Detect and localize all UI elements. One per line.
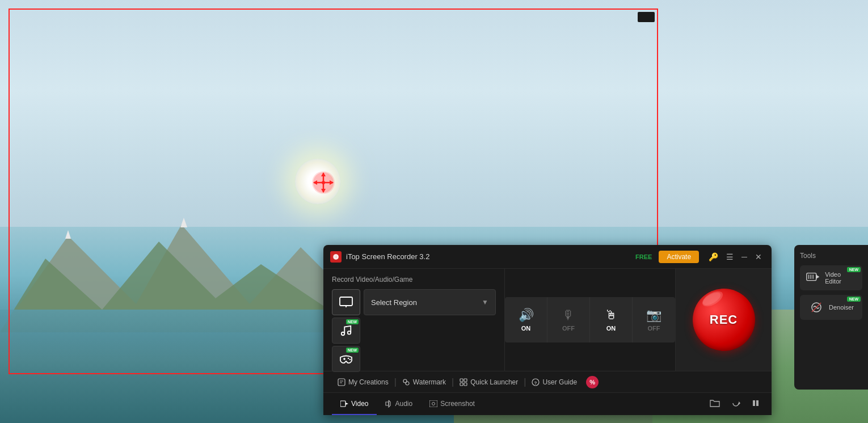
quick-launcher-label: Quick Launcher	[470, 378, 518, 386]
left-panel: Record Video/Audio/Game	[323, 269, 504, 371]
screenshot-tab[interactable]: Screenshot	[421, 393, 483, 415]
video-tab[interactable]: Video	[332, 393, 377, 415]
refresh-button[interactable]	[728, 396, 744, 412]
pause-icon	[752, 399, 760, 407]
svg-point-22	[348, 358, 349, 359]
pause-button[interactable]	[748, 396, 763, 412]
mic-status: OFF	[562, 325, 575, 332]
user-guide-button[interactable]: ? User Guide	[526, 371, 583, 392]
app-title: iTop Screen Recorder 3.2	[346, 252, 635, 261]
svg-rect-30	[464, 379, 467, 382]
svg-marker-3	[180, 218, 187, 227]
svg-rect-37	[429, 400, 437, 407]
refresh-icon	[731, 399, 740, 408]
folder-button[interactable]	[706, 396, 723, 412]
recorder-panel: iTop Screen Recorder 3.2 FREE Activate 🔑…	[323, 245, 772, 415]
speaker-status: ON	[521, 325, 531, 332]
my-creations-icon	[338, 378, 345, 386]
close-button[interactable]: ✕	[752, 251, 765, 263]
minimize-button[interactable]: ─	[739, 251, 750, 263]
move-cursor-icon	[311, 170, 336, 195]
screen-mode-button[interactable]	[332, 289, 360, 315]
svg-rect-40	[753, 400, 755, 406]
new-badge-audio: NEW	[346, 319, 359, 324]
audio-tab-icon	[385, 400, 392, 408]
tab-bar: Video Audio Screenshot	[323, 392, 772, 415]
video-tab-icon	[340, 400, 348, 407]
quick-launcher-button[interactable]: Quick Launcher	[454, 371, 524, 392]
svg-rect-42	[807, 273, 816, 281]
record-label: Record Video/Audio/Game	[332, 276, 496, 284]
video-editor-tool[interactable]: NEW Video Editor	[800, 265, 862, 290]
video-editor-icon	[806, 270, 820, 286]
game-icon	[339, 354, 353, 364]
menu-button[interactable]: ☰	[723, 251, 736, 263]
mouse-control[interactable]: 🖱 ON	[590, 297, 633, 342]
main-content: Record Video/Audio/Game	[323, 269, 772, 371]
new-badge-video-editor: NEW	[847, 267, 861, 272]
free-badge: FREE	[635, 253, 652, 260]
tab-right-controls	[706, 396, 763, 412]
my-creations-button[interactable]: My Creations	[332, 371, 394, 392]
chevron-down-icon: ▼	[482, 298, 488, 306]
audio-mode-button[interactable]: NEW	[332, 318, 360, 344]
screenshot-tab-label: Screenshot	[440, 400, 475, 408]
discount-button[interactable]: %	[586, 376, 599, 388]
svg-point-12	[322, 181, 325, 184]
region-selector-text: Select Region	[371, 298, 417, 307]
new-badge-denoiser: NEW	[847, 297, 861, 302]
denoiser-icon	[808, 299, 824, 315]
svg-rect-31	[460, 383, 463, 386]
mouse-icon: 🖱	[605, 308, 617, 323]
key-button[interactable]: 🔑	[706, 251, 721, 263]
new-badge-game: NEW	[346, 348, 359, 353]
svg-rect-41	[756, 400, 759, 406]
svg-rect-35	[340, 401, 345, 407]
screenshot-tab-icon	[429, 400, 437, 407]
webcam-status: OFF	[648, 325, 660, 332]
svg-point-38	[432, 402, 435, 405]
game-mode-button[interactable]: NEW	[332, 346, 360, 372]
audio-controls: 🔊 ON 🎙 OFF 🖱 ON 📷 OFF	[504, 269, 675, 371]
svg-rect-32	[464, 383, 467, 386]
denoiser-label: Denoiser	[829, 304, 854, 311]
video-tab-label: Video	[351, 400, 368, 408]
region-selector[interactable]: Select Region ▼	[364, 289, 496, 315]
rec-label: REC	[710, 312, 738, 327]
user-guide-icon: ?	[532, 378, 540, 386]
quick-launcher-icon	[460, 378, 467, 386]
svg-point-19	[348, 331, 351, 335]
speaker-control[interactable]: 🔊 ON	[505, 297, 547, 342]
my-creations-label: My Creations	[348, 378, 389, 386]
svg-rect-15	[340, 297, 352, 306]
audio-tab-label: Audio	[395, 400, 412, 408]
folder-icon	[710, 399, 720, 407]
rec-panel: REC	[675, 269, 772, 371]
activate-button[interactable]: Activate	[659, 251, 699, 263]
watermark-icon	[402, 378, 410, 386]
mic-control[interactable]: 🎙 OFF	[547, 297, 590, 342]
mic-icon: 🎙	[562, 308, 575, 323]
svg-rect-29	[460, 379, 463, 382]
webcam-control[interactable]: 📷 OFF	[633, 297, 675, 342]
svg-point-18	[342, 332, 345, 336]
svg-text:?: ?	[534, 380, 537, 386]
tools-panel: Tools NEW Video Editor NEW Denoiser	[794, 245, 868, 390]
svg-marker-46	[816, 274, 820, 278]
video-editor-label: Video Editor	[825, 271, 857, 285]
app-icon	[330, 251, 342, 263]
svg-point-23	[349, 359, 351, 360]
svg-marker-2	[65, 230, 71, 239]
svg-marker-39	[739, 401, 740, 405]
audio-tab[interactable]: Audio	[377, 393, 421, 415]
discount-icon: %	[589, 379, 595, 386]
watermark-button[interactable]: Watermark	[397, 371, 452, 392]
denoiser-tool[interactable]: NEW Denoiser	[800, 295, 862, 320]
rec-button[interactable]: REC	[693, 289, 755, 351]
speaker-icon: 🔊	[519, 308, 534, 323]
music-icon	[340, 324, 352, 337]
mouse-status: ON	[606, 325, 616, 332]
webcam-icon: 📷	[646, 308, 661, 323]
bottom-toolbar: My Creations | Watermark | Quick Launche…	[323, 371, 772, 392]
svg-marker-36	[345, 403, 348, 405]
